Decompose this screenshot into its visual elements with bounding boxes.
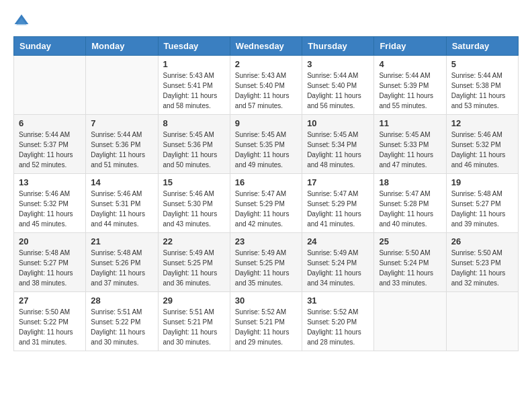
day-number: 17 bbox=[307, 177, 369, 187]
day-number: 4 bbox=[379, 59, 441, 69]
day-info: Sunrise: 5:47 AMSunset: 5:29 PMDaylight:… bbox=[307, 190, 361, 228]
calendar-week-row: 1 Sunrise: 5:43 AMSunset: 5:41 PMDayligh… bbox=[14, 56, 519, 115]
day-number: 24 bbox=[307, 236, 369, 246]
day-number: 16 bbox=[235, 177, 297, 187]
calendar-cell: 31 Sunrise: 5:52 AMSunset: 5:20 PMDaylig… bbox=[302, 292, 374, 351]
calendar-cell: 16 Sunrise: 5:47 AMSunset: 5:29 PMDaylig… bbox=[230, 174, 302, 233]
day-info: Sunrise: 5:46 AMSunset: 5:32 PMDaylight:… bbox=[451, 131, 506, 169]
day-info: Sunrise: 5:50 AMSunset: 5:24 PMDaylight:… bbox=[379, 249, 433, 287]
logo-icon bbox=[13, 13, 30, 30]
calendar-day-header: Monday bbox=[86, 37, 158, 56]
day-number: 3 bbox=[307, 59, 369, 69]
day-info: Sunrise: 5:43 AMSunset: 5:41 PMDaylight:… bbox=[163, 72, 218, 109]
day-number: 12 bbox=[451, 118, 513, 128]
day-info: Sunrise: 5:48 AMSunset: 5:27 PMDaylight:… bbox=[451, 190, 506, 228]
day-number: 21 bbox=[91, 236, 152, 246]
day-number: 7 bbox=[91, 118, 152, 128]
calendar-cell: 4 Sunrise: 5:44 AMSunset: 5:39 PMDayligh… bbox=[374, 56, 446, 115]
calendar-cell: 24 Sunrise: 5:49 AMSunset: 5:24 PMDaylig… bbox=[302, 233, 374, 292]
day-number: 18 bbox=[379, 177, 441, 187]
day-info: Sunrise: 5:44 AMSunset: 5:36 PMDaylight:… bbox=[91, 131, 145, 169]
calendar-cell: 26 Sunrise: 5:50 AMSunset: 5:23 PMDaylig… bbox=[446, 233, 518, 292]
calendar-cell bbox=[14, 56, 86, 115]
calendar-cell: 15 Sunrise: 5:46 AMSunset: 5:30 PMDaylig… bbox=[158, 174, 230, 233]
day-info: Sunrise: 5:48 AMSunset: 5:26 PMDaylight:… bbox=[91, 249, 145, 287]
page-header bbox=[13, 13, 519, 30]
calendar-cell: 30 Sunrise: 5:52 AMSunset: 5:21 PMDaylig… bbox=[230, 292, 302, 351]
calendar-cell: 18 Sunrise: 5:47 AMSunset: 5:28 PMDaylig… bbox=[374, 174, 446, 233]
calendar-cell: 29 Sunrise: 5:51 AMSunset: 5:21 PMDaylig… bbox=[158, 292, 230, 351]
day-number: 27 bbox=[19, 295, 81, 306]
day-info: Sunrise: 5:44 AMSunset: 5:38 PMDaylight:… bbox=[451, 72, 506, 109]
day-info: Sunrise: 5:45 AMSunset: 5:36 PMDaylight:… bbox=[163, 131, 218, 169]
calendar-header-row: SundayMondayTuesdayWednesdayThursdayFrid… bbox=[14, 37, 519, 56]
calendar-cell: 23 Sunrise: 5:49 AMSunset: 5:25 PMDaylig… bbox=[230, 233, 302, 292]
day-info: Sunrise: 5:50 AMSunset: 5:22 PMDaylight:… bbox=[19, 308, 73, 346]
day-info: Sunrise: 5:48 AMSunset: 5:27 PMDaylight:… bbox=[19, 249, 73, 287]
day-number: 28 bbox=[91, 295, 152, 306]
day-info: Sunrise: 5:51 AMSunset: 5:22 PMDaylight:… bbox=[91, 308, 145, 346]
day-info: Sunrise: 5:46 AMSunset: 5:32 PMDaylight:… bbox=[19, 190, 73, 228]
calendar-cell: 5 Sunrise: 5:44 AMSunset: 5:38 PMDayligh… bbox=[446, 56, 518, 115]
day-info: Sunrise: 5:44 AMSunset: 5:40 PMDaylight:… bbox=[307, 72, 361, 109]
day-info: Sunrise: 5:44 AMSunset: 5:37 PMDaylight:… bbox=[19, 131, 73, 169]
calendar-day-header: Thursday bbox=[302, 37, 374, 56]
day-info: Sunrise: 5:43 AMSunset: 5:40 PMDaylight:… bbox=[235, 72, 290, 109]
day-info: Sunrise: 5:49 AMSunset: 5:25 PMDaylight:… bbox=[163, 249, 218, 287]
day-number: 19 bbox=[451, 177, 513, 187]
day-number: 8 bbox=[163, 118, 225, 128]
calendar-day-header: Friday bbox=[374, 37, 446, 56]
day-info: Sunrise: 5:47 AMSunset: 5:28 PMDaylight:… bbox=[379, 190, 433, 228]
day-number: 13 bbox=[19, 177, 81, 187]
day-number: 26 bbox=[451, 236, 513, 246]
calendar-cell: 27 Sunrise: 5:50 AMSunset: 5:22 PMDaylig… bbox=[14, 292, 86, 351]
day-number: 31 bbox=[307, 295, 369, 306]
day-info: Sunrise: 5:49 AMSunset: 5:24 PMDaylight:… bbox=[307, 249, 361, 287]
day-info: Sunrise: 5:46 AMSunset: 5:30 PMDaylight:… bbox=[163, 190, 218, 228]
day-number: 29 bbox=[163, 295, 225, 306]
calendar-cell: 21 Sunrise: 5:48 AMSunset: 5:26 PMDaylig… bbox=[86, 233, 158, 292]
calendar-cell: 17 Sunrise: 5:47 AMSunset: 5:29 PMDaylig… bbox=[302, 174, 374, 233]
calendar-cell bbox=[374, 292, 446, 351]
calendar-week-row: 27 Sunrise: 5:50 AMSunset: 5:22 PMDaylig… bbox=[14, 292, 519, 351]
calendar-week-row: 20 Sunrise: 5:48 AMSunset: 5:27 PMDaylig… bbox=[14, 233, 519, 292]
day-number: 9 bbox=[235, 118, 297, 128]
calendar-cell: 3 Sunrise: 5:44 AMSunset: 5:40 PMDayligh… bbox=[302, 56, 374, 115]
logo bbox=[13, 13, 32, 30]
calendar-cell: 8 Sunrise: 5:45 AMSunset: 5:36 PMDayligh… bbox=[158, 115, 230, 174]
day-number: 22 bbox=[163, 236, 225, 246]
calendar-cell: 1 Sunrise: 5:43 AMSunset: 5:41 PMDayligh… bbox=[158, 56, 230, 115]
calendar-cell: 13 Sunrise: 5:46 AMSunset: 5:32 PMDaylig… bbox=[14, 174, 86, 233]
day-number: 23 bbox=[235, 236, 297, 246]
day-number: 5 bbox=[451, 59, 513, 69]
calendar-cell: 19 Sunrise: 5:48 AMSunset: 5:27 PMDaylig… bbox=[446, 174, 518, 233]
calendar-day-header: Wednesday bbox=[230, 37, 302, 56]
calendar-cell: 11 Sunrise: 5:45 AMSunset: 5:33 PMDaylig… bbox=[374, 115, 446, 174]
day-info: Sunrise: 5:52 AMSunset: 5:21 PMDaylight:… bbox=[235, 308, 290, 346]
day-number: 25 bbox=[379, 236, 441, 246]
day-number: 30 bbox=[235, 295, 297, 306]
day-number: 11 bbox=[379, 118, 441, 128]
calendar-day-header: Tuesday bbox=[158, 37, 230, 56]
calendar-cell: 25 Sunrise: 5:50 AMSunset: 5:24 PMDaylig… bbox=[374, 233, 446, 292]
day-info: Sunrise: 5:51 AMSunset: 5:21 PMDaylight:… bbox=[163, 308, 218, 346]
calendar-cell: 28 Sunrise: 5:51 AMSunset: 5:22 PMDaylig… bbox=[86, 292, 158, 351]
day-info: Sunrise: 5:49 AMSunset: 5:25 PMDaylight:… bbox=[235, 249, 290, 287]
calendar-week-row: 6 Sunrise: 5:44 AMSunset: 5:37 PMDayligh… bbox=[14, 115, 519, 174]
calendar-cell: 6 Sunrise: 5:44 AMSunset: 5:37 PMDayligh… bbox=[14, 115, 86, 174]
day-info: Sunrise: 5:52 AMSunset: 5:20 PMDaylight:… bbox=[307, 308, 361, 346]
calendar-week-row: 13 Sunrise: 5:46 AMSunset: 5:32 PMDaylig… bbox=[14, 174, 519, 233]
day-number: 14 bbox=[91, 177, 152, 187]
day-number: 10 bbox=[307, 118, 369, 128]
calendar-table: SundayMondayTuesdayWednesdayThursdayFrid… bbox=[13, 36, 519, 351]
calendar-cell bbox=[86, 56, 158, 115]
day-info: Sunrise: 5:45 AMSunset: 5:33 PMDaylight:… bbox=[379, 131, 433, 169]
day-info: Sunrise: 5:44 AMSunset: 5:39 PMDaylight:… bbox=[379, 72, 433, 109]
day-info: Sunrise: 5:45 AMSunset: 5:35 PMDaylight:… bbox=[235, 131, 290, 169]
day-info: Sunrise: 5:47 AMSunset: 5:29 PMDaylight:… bbox=[235, 190, 290, 228]
calendar-cell: 20 Sunrise: 5:48 AMSunset: 5:27 PMDaylig… bbox=[14, 233, 86, 292]
calendar-cell: 7 Sunrise: 5:44 AMSunset: 5:36 PMDayligh… bbox=[86, 115, 158, 174]
calendar-cell: 12 Sunrise: 5:46 AMSunset: 5:32 PMDaylig… bbox=[446, 115, 518, 174]
day-number: 20 bbox=[19, 236, 81, 246]
calendar-cell bbox=[446, 292, 518, 351]
